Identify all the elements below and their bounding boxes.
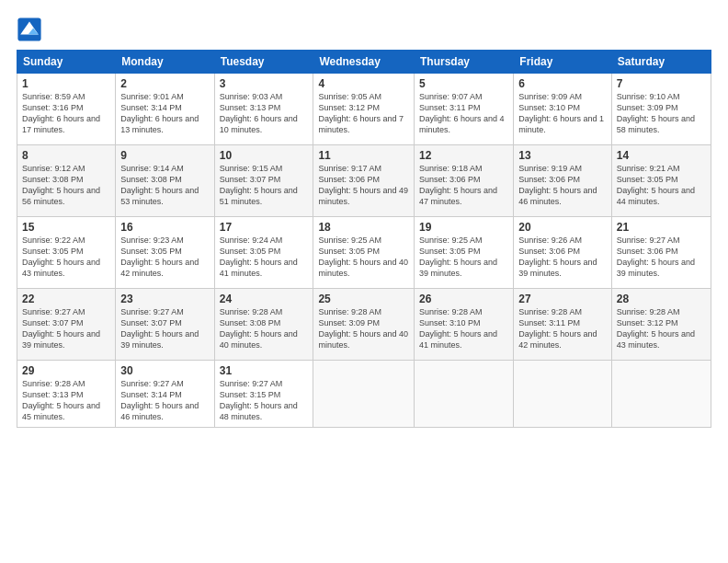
day-cell: 13Sunrise: 9:19 AMSunset: 3:06 PMDayligh… [514, 145, 612, 217]
day-cell: 21Sunrise: 9:27 AMSunset: 3:06 PMDayligh… [611, 217, 711, 289]
header-row: SundayMondayTuesdayWednesdayThursdayFrid… [17, 51, 711, 74]
day-cell [313, 361, 415, 428]
day-cell [415, 361, 514, 428]
day-number: 31 [220, 364, 309, 377]
logo-icon [17, 17, 42, 42]
day-cell: 20Sunrise: 9:26 AMSunset: 3:06 PMDayligh… [514, 217, 612, 289]
week-row: 8Sunrise: 9:12 AMSunset: 3:08 PMDaylight… [17, 145, 711, 217]
header-cell-tuesday: Tuesday [214, 51, 313, 74]
day-cell: 19Sunrise: 9:25 AMSunset: 3:05 PMDayligh… [415, 217, 514, 289]
week-row: 29Sunrise: 9:28 AMSunset: 3:13 PMDayligh… [17, 361, 711, 428]
day-cell: 8Sunrise: 9:12 AMSunset: 3:08 PMDaylight… [17, 145, 116, 217]
day-info: Sunrise: 9:05 AMSunset: 3:12 PMDaylight:… [318, 91, 409, 136]
day-number: 17 [220, 221, 309, 234]
day-info: Sunrise: 9:07 AMSunset: 3:11 PMDaylight:… [419, 91, 508, 136]
week-row: 1Sunrise: 8:59 AMSunset: 3:16 PMDaylight… [17, 74, 711, 145]
day-number: 13 [518, 149, 607, 162]
day-info: Sunrise: 9:21 AMSunset: 3:05 PMDaylight:… [617, 163, 706, 208]
header-cell-wednesday: Wednesday [313, 51, 415, 74]
day-number: 30 [120, 364, 209, 377]
day-info: Sunrise: 9:26 AMSunset: 3:06 PMDaylight:… [518, 235, 607, 280]
day-info: Sunrise: 9:28 AMSunset: 3:13 PMDaylight:… [22, 378, 110, 423]
day-info: Sunrise: 9:27 AMSunset: 3:15 PMDaylight:… [220, 378, 309, 423]
day-cell: 10Sunrise: 9:15 AMSunset: 3:07 PMDayligh… [214, 145, 313, 217]
day-info: Sunrise: 8:59 AMSunset: 3:16 PMDaylight:… [22, 91, 110, 136]
day-cell: 26Sunrise: 9:28 AMSunset: 3:10 PMDayligh… [415, 289, 514, 361]
day-number: 3 [220, 77, 309, 90]
day-info: Sunrise: 9:15 AMSunset: 3:07 PMDaylight:… [220, 163, 309, 208]
day-cell: 31Sunrise: 9:27 AMSunset: 3:15 PMDayligh… [214, 361, 313, 428]
day-cell: 18Sunrise: 9:25 AMSunset: 3:05 PMDayligh… [313, 217, 415, 289]
day-number: 2 [120, 77, 209, 90]
day-number: 29 [22, 364, 110, 377]
day-info: Sunrise: 9:28 AMSunset: 3:11 PMDaylight:… [518, 306, 607, 351]
day-number: 20 [518, 221, 607, 234]
day-cell: 12Sunrise: 9:18 AMSunset: 3:06 PMDayligh… [415, 145, 514, 217]
day-number: 22 [22, 293, 110, 305]
day-info: Sunrise: 9:25 AMSunset: 3:05 PMDaylight:… [318, 235, 409, 280]
header-cell-friday: Friday [514, 51, 612, 74]
day-number: 28 [617, 293, 706, 305]
day-info: Sunrise: 9:19 AMSunset: 3:06 PMDaylight:… [518, 163, 607, 208]
day-cell [514, 361, 612, 428]
day-number: 25 [318, 293, 409, 305]
day-number: 7 [617, 77, 706, 90]
day-cell: 6Sunrise: 9:09 AMSunset: 3:10 PMDaylight… [514, 74, 612, 145]
day-number: 1 [22, 77, 110, 90]
day-info: Sunrise: 9:14 AMSunset: 3:08 PMDaylight:… [120, 163, 209, 208]
day-info: Sunrise: 9:09 AMSunset: 3:10 PMDaylight:… [518, 91, 607, 136]
day-cell: 1Sunrise: 8:59 AMSunset: 3:16 PMDaylight… [17, 74, 116, 145]
day-cell: 29Sunrise: 9:28 AMSunset: 3:13 PMDayligh… [17, 361, 116, 428]
week-row: 15Sunrise: 9:22 AMSunset: 3:05 PMDayligh… [17, 217, 711, 289]
day-cell: 25Sunrise: 9:28 AMSunset: 3:09 PMDayligh… [313, 289, 415, 361]
day-cell: 28Sunrise: 9:28 AMSunset: 3:12 PMDayligh… [611, 289, 711, 361]
header-cell-monday: Monday [116, 51, 214, 74]
header [17, 17, 711, 42]
day-number: 8 [22, 149, 110, 162]
day-info: Sunrise: 9:12 AMSunset: 3:08 PMDaylight:… [22, 163, 110, 208]
day-number: 16 [120, 221, 209, 234]
day-cell: 9Sunrise: 9:14 AMSunset: 3:08 PMDaylight… [116, 145, 214, 217]
day-info: Sunrise: 9:10 AMSunset: 3:09 PMDaylight:… [617, 91, 706, 136]
day-info: Sunrise: 9:03 AMSunset: 3:13 PMDaylight:… [220, 91, 309, 136]
page: SundayMondayTuesdayWednesdayThursdayFrid… [0, 0, 728, 563]
day-info: Sunrise: 9:28 AMSunset: 3:08 PMDaylight:… [220, 306, 309, 351]
day-cell: 14Sunrise: 9:21 AMSunset: 3:05 PMDayligh… [611, 145, 711, 217]
day-cell: 24Sunrise: 9:28 AMSunset: 3:08 PMDayligh… [214, 289, 313, 361]
day-cell: 4Sunrise: 9:05 AMSunset: 3:12 PMDaylight… [313, 74, 415, 145]
day-number: 15 [22, 221, 110, 234]
day-cell: 2Sunrise: 9:01 AMSunset: 3:14 PMDaylight… [116, 74, 214, 145]
day-info: Sunrise: 9:23 AMSunset: 3:05 PMDaylight:… [120, 235, 209, 280]
day-cell: 27Sunrise: 9:28 AMSunset: 3:11 PMDayligh… [514, 289, 612, 361]
day-info: Sunrise: 9:28 AMSunset: 3:10 PMDaylight:… [419, 306, 508, 351]
day-number: 5 [419, 77, 508, 90]
day-cell: 30Sunrise: 9:27 AMSunset: 3:14 PMDayligh… [116, 361, 214, 428]
day-cell: 7Sunrise: 9:10 AMSunset: 3:09 PMDaylight… [611, 74, 711, 145]
day-info: Sunrise: 9:27 AMSunset: 3:14 PMDaylight:… [120, 378, 209, 423]
day-number: 10 [220, 149, 309, 162]
day-number: 27 [518, 293, 607, 305]
day-number: 14 [617, 149, 706, 162]
day-number: 23 [120, 293, 209, 305]
day-number: 9 [120, 149, 209, 162]
day-number: 11 [318, 149, 409, 162]
day-number: 26 [419, 293, 508, 305]
day-info: Sunrise: 9:18 AMSunset: 3:06 PMDaylight:… [419, 163, 508, 208]
day-info: Sunrise: 9:28 AMSunset: 3:12 PMDaylight:… [617, 306, 706, 351]
day-info: Sunrise: 9:27 AMSunset: 3:06 PMDaylight:… [617, 235, 706, 280]
day-cell: 17Sunrise: 9:24 AMSunset: 3:05 PMDayligh… [214, 217, 313, 289]
day-cell: 16Sunrise: 9:23 AMSunset: 3:05 PMDayligh… [116, 217, 214, 289]
day-info: Sunrise: 9:24 AMSunset: 3:05 PMDaylight:… [220, 235, 309, 280]
day-number: 24 [220, 293, 309, 305]
day-number: 4 [318, 77, 409, 90]
day-info: Sunrise: 9:28 AMSunset: 3:09 PMDaylight:… [318, 306, 409, 351]
header-cell-saturday: Saturday [611, 51, 711, 74]
day-cell: 15Sunrise: 9:22 AMSunset: 3:05 PMDayligh… [17, 217, 116, 289]
day-cell: 11Sunrise: 9:17 AMSunset: 3:06 PMDayligh… [313, 145, 415, 217]
logo [17, 17, 46, 42]
day-info: Sunrise: 9:27 AMSunset: 3:07 PMDaylight:… [22, 306, 110, 351]
day-info: Sunrise: 9:22 AMSunset: 3:05 PMDaylight:… [22, 235, 110, 280]
day-info: Sunrise: 9:17 AMSunset: 3:06 PMDaylight:… [318, 163, 409, 208]
day-cell: 5Sunrise: 9:07 AMSunset: 3:11 PMDaylight… [415, 74, 514, 145]
calendar-table: SundayMondayTuesdayWednesdayThursdayFrid… [17, 50, 711, 428]
